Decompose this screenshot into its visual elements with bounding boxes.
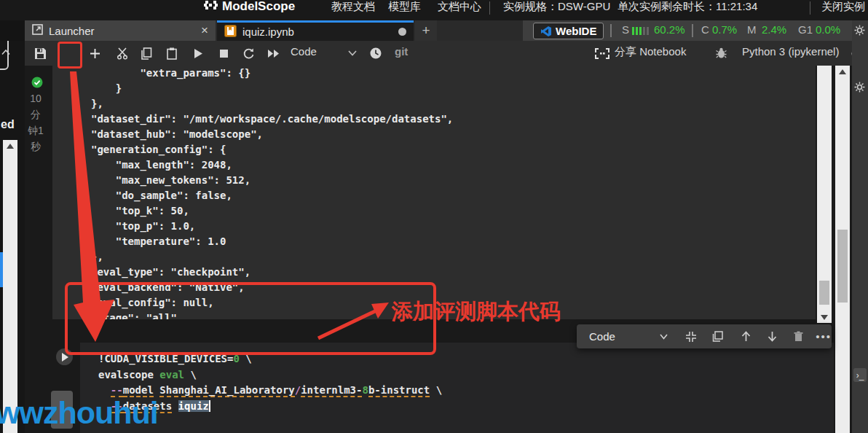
code-line[interactable]: --model Shanghai_AI_Laboratory/internlm3…: [98, 383, 834, 399]
selection-indicator-strip: [0, 252, 3, 287]
notebook-scrollbar[interactable]: [835, 66, 850, 433]
cut-cell-button[interactable]: [114, 44, 131, 62]
gpu-value: 0.0%: [816, 23, 840, 36]
annotation-highlight-box: [58, 42, 82, 69]
header-divider: [810, 1, 810, 15]
instance-time-left-label: 单次实例剩余时长：11:21:34: [618, 0, 757, 15]
run-cell-button[interactable]: [189, 44, 207, 62]
tab-bar: Launcher × iquiz.ipynb + WebIDE: [0, 20, 868, 41]
chevron-down-icon[interactable]: [344, 44, 361, 62]
storage-value: 60.2%: [654, 23, 685, 36]
chevron-down-icon[interactable]: [656, 329, 671, 345]
cell-output-area[interactable]: "extra_params": {} } }, "dataset_dir": "…: [52, 66, 816, 319]
notebook-file-icon: [224, 25, 237, 39]
close-instance-button[interactable]: 关闭实例: [821, 0, 865, 15]
copy-cell-button[interactable]: [138, 44, 155, 62]
gpu-label: G1: [798, 23, 813, 36]
output-scrollbar[interactable]: [817, 66, 832, 323]
left-side-panel: ed: [0, 41, 25, 433]
kernel-name-button[interactable]: Python 3 (ipykernel): [742, 45, 839, 58]
paste-cell-button[interactable]: [163, 44, 181, 62]
annotation-label: 添加评测脚本代码: [392, 297, 561, 327]
meter-bar: [632, 27, 634, 35]
tab-close-icon[interactable]: ×: [201, 26, 208, 36]
meter-bar: [643, 27, 645, 35]
dsw-webide-screen: ModelScope 教程文档 模型库 文档中心 实例规格：DSW-GPU 单次…: [0, 0, 868, 433]
config-json-output: "extra_params": {} } }, "dataset_dir": "…: [52, 66, 816, 319]
resource-status-panel: WebIDE S 60.2% C 0.7% M 2.4% G1 0.0%: [523, 20, 852, 41]
more-options-icon[interactable]: •••: [816, 329, 832, 345]
meter-bar: [647, 27, 649, 35]
memory-label: M: [747, 23, 757, 36]
memory-value: 2.4%: [762, 23, 786, 36]
watermark-text: wwzhouhui: [0, 395, 158, 431]
debugger-bug-icon[interactable]: [712, 44, 730, 62]
unsaved-dot-icon: [398, 28, 406, 36]
code-line[interactable]: --datasets iquiz: [98, 399, 834, 415]
code-cell-editor[interactable]: !CUDA_VISIBLE_DEVICES=0 \evalscope eval …: [80, 343, 834, 433]
gear-icon[interactable]: [854, 82, 865, 95]
cpu-label: C: [701, 23, 709, 36]
webide-button[interactable]: WebIDE: [533, 23, 604, 39]
notebook-toolbar: Code git 分享 Notebook Python 3 (ipykernel…: [25, 41, 852, 66]
new-tab-button[interactable]: +: [415, 20, 437, 41]
header-divider: [489, 1, 490, 15]
meter-bar: [636, 27, 638, 35]
annotation-code-box: [65, 282, 436, 355]
history-clock-icon[interactable]: [367, 44, 384, 62]
save-button[interactable]: [31, 44, 49, 62]
delete-cell-trash-icon[interactable]: [791, 329, 805, 345]
meter-bar: [639, 27, 642, 35]
cell-execution-time: 10 分 钟1 秒: [25, 90, 47, 155]
launcher-icon: [32, 24, 43, 37]
git-button[interactable]: git: [395, 45, 408, 58]
cell-success-check-icon: [31, 77, 43, 91]
modelscope-logo-icon: [204, 0, 218, 15]
move-cell-down-icon[interactable]: [765, 329, 779, 345]
status-divider: [610, 24, 612, 37]
add-cell-button[interactable]: [86, 44, 103, 62]
tab-notebook-label: iquiz.ipynb: [242, 26, 294, 38]
share-brackets-icon: [593, 44, 612, 62]
restart-kernel-button[interactable]: [240, 44, 257, 62]
tab-bar-left-gap: [0, 20, 25, 41]
expand-panel-button[interactable]: ›_: [853, 368, 867, 382]
file-panel-scrollbar[interactable]: [3, 140, 17, 433]
right-edge-strip: ›_: [852, 20, 868, 433]
cell-type-dropdown[interactable]: Code: [589, 330, 615, 343]
share-notebook-button[interactable]: 分享 Notebook: [615, 45, 686, 59]
status-divider: [692, 24, 693, 37]
modelscope-logo-text: ModelScope: [222, 0, 295, 15]
storage-label: S: [622, 23, 629, 36]
cell-type-dropdown[interactable]: Code: [291, 45, 317, 58]
code-line[interactable]: evalscope eval \: [98, 367, 834, 383]
nav-doc-center[interactable]: 文档中心: [438, 0, 481, 15]
cpu-value: 0.7%: [712, 23, 737, 36]
top-header-bar: ModelScope 教程文档 模型库 文档中心 实例规格：DSW-GPU 单次…: [0, 0, 868, 20]
tab-notebook-active[interactable]: iquiz.ipynb: [217, 20, 414, 41]
gear-icon[interactable]: [854, 25, 865, 39]
duplicate-cell-icon[interactable]: [711, 329, 725, 345]
stop-kernel-button[interactable]: [215, 44, 232, 62]
nav-model-hub[interactable]: 模型库: [388, 0, 421, 15]
storage-meter: [632, 27, 649, 35]
collapse-cell-icon[interactable]: [684, 329, 698, 345]
move-cell-up-icon[interactable]: [738, 329, 753, 345]
restart-run-all-button[interactable]: [265, 44, 283, 62]
tab-launcher-label: Launcher: [49, 25, 95, 37]
nav-tutorial-docs[interactable]: 教程文档: [331, 0, 375, 15]
tab-launcher[interactable]: Launcher ×: [25, 20, 216, 41]
webide-logo-icon: [540, 26, 552, 37]
cell-hover-toolbar: Code •••: [577, 324, 832, 348]
clipped-panel-label: ed: [1, 118, 15, 131]
collapsed-panel-button[interactable]: [0, 36, 9, 70]
instance-spec-label: 实例规格：DSW-GPU: [503, 0, 610, 15]
notebook-content-area: 10 分 钟1 秒 "extra_params": {} } }, "datas…: [25, 66, 852, 433]
